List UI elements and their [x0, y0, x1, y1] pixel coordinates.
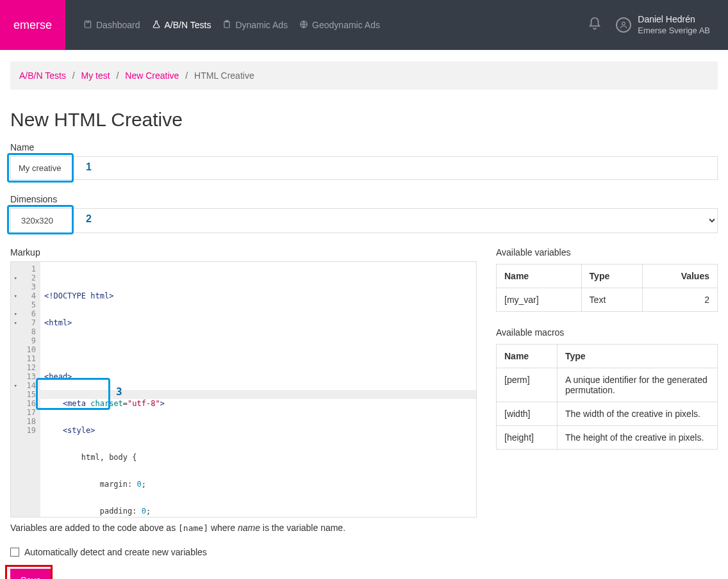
svg-rect-0 [85, 20, 90, 28]
autodetect-checkbox[interactable] [10, 548, 19, 557]
table-row: [perm] A unique identifier for the gener… [497, 368, 718, 402]
code-token: ; [142, 480, 146, 489]
breadcrumb-link[interactable]: A/B/N Tests [19, 70, 66, 81]
cell: [my_var] [497, 288, 582, 312]
cell: A unique identifier for the generated pe… [558, 368, 718, 402]
nav-items: Dashboard A/B/N Tests Dynamic Ads Geodyn… [83, 20, 380, 31]
user-company: Emerse Sverige AB [638, 26, 710, 37]
code-token: <style> [44, 426, 95, 435]
highlight-box [9, 155, 72, 181]
code-token: ; [146, 507, 151, 516]
nav-abn-tests[interactable]: A/B/N Tests [152, 20, 211, 31]
nav-dynamic-ads[interactable]: Dynamic Ads [222, 20, 288, 31]
dimensions-label: Dimensions [10, 194, 718, 204]
table-row: [height] The height of the creative in p… [497, 426, 718, 450]
macros-th-type: Type [558, 345, 718, 368]
code-token: 0 [142, 507, 146, 516]
nav-geodynamic-ads[interactable]: Geodynamic Ads [299, 20, 380, 31]
vars-th-type: Type [581, 265, 642, 288]
dimensions-select[interactable]: 320x320 [10, 208, 718, 233]
variables-table: Name Type Values [my_var] Text 2 [496, 264, 718, 312]
user-icon [616, 17, 631, 33]
nav-label: Dashboard [96, 20, 140, 30]
code-token: > [160, 399, 165, 408]
user-info: Daniel Hedrén Emerse Sverige AB [638, 13, 710, 36]
page-title: New HTML Creative [10, 109, 718, 131]
breadcrumb-link[interactable]: My test [81, 70, 110, 81]
user-name: Daniel Hedrén [638, 13, 710, 25]
cell: Text [581, 288, 642, 312]
markup-label: Markup [10, 247, 477, 257]
markup-helper-text: Variables are added to the code above as… [10, 523, 477, 533]
globe-icon [299, 20, 308, 31]
table-row: [width] The width of the creative in pix… [497, 402, 718, 426]
highlight-box [38, 380, 108, 408]
nav-right: Daniel Hedrén Emerse Sverige AB [588, 13, 728, 36]
cell: [height] [497, 426, 558, 450]
code-token: margin: [44, 480, 137, 489]
autodetect-row[interactable]: Automatically detect and create new vari… [10, 547, 477, 557]
breadcrumb-sep: / [69, 70, 79, 81]
user-menu[interactable]: Daniel Hedrén Emerse Sverige AB [616, 13, 710, 36]
breadcrumb: A/B/N Tests / My test / New Creative / H… [10, 61, 718, 90]
code-editor[interactable]: 1 2 3 4 5 6 7 8 9 10 11 12 13 14 15 16 1 [10, 261, 477, 518]
svg-point-4 [622, 22, 625, 25]
annotation-3: 3 [116, 387, 122, 396]
autodetect-label: Automatically detect and create new vari… [24, 547, 207, 557]
annotation-2: 2 [86, 213, 92, 225]
cell: [width] [497, 402, 558, 426]
bell-icon[interactable] [588, 17, 602, 33]
code-token: "utf-8" [128, 399, 160, 408]
name-input[interactable] [10, 156, 718, 180]
breadcrumb-sep: / [113, 70, 123, 81]
macros-heading: Available macros [496, 327, 718, 338]
table-row[interactable]: [my_var] Text 2 [497, 288, 718, 312]
nav-label: Dynamic Ads [235, 20, 288, 30]
clipboard-icon [222, 20, 231, 31]
cell: 2 [643, 288, 718, 312]
code-token: 0 [137, 480, 142, 489]
cell: The width of the creative in pixels. [558, 402, 718, 426]
highlight-box [9, 207, 72, 232]
main-content: New HTML Creative Name 1 Dimensions 320x… [0, 90, 728, 579]
nav-dashboard[interactable]: Dashboard [83, 20, 140, 31]
code-token: <!DOCTYPE html> [44, 291, 113, 300]
macros-table: Name Type [perm] A unique identifier for… [496, 344, 718, 450]
top-nav: emerse Dashboard A/B/N Tests Dynamic Ads… [0, 0, 728, 50]
breadcrumb-link[interactable]: New Creative [125, 70, 179, 81]
variables-heading: Available variables [496, 247, 718, 257]
vars-th-name: Name [497, 265, 582, 288]
breadcrumb-current: HTML Creative [194, 70, 254, 81]
cell: The height of the creative in pixels. [558, 426, 718, 450]
code-token: = [123, 399, 128, 408]
breadcrumb-sep: / [181, 70, 192, 81]
editor-code[interactable]: <!DOCTYPE html> <html> <head> <meta char… [40, 262, 476, 517]
cell: [perm] [497, 368, 558, 402]
macros-th-name: Name [497, 345, 558, 368]
flask-icon [152, 20, 161, 31]
code-token: padding: [44, 507, 142, 516]
brand-logo[interactable]: emerse [0, 0, 65, 50]
editor-gutter: 1 2 3 4 5 6 7 8 9 10 11 12 13 14 15 16 1 [11, 262, 40, 517]
nav-label: Geodynamic Ads [312, 20, 380, 30]
code-token: html, body { [44, 453, 137, 462]
code-token: <html> [44, 318, 72, 327]
annotation-1: 1 [86, 161, 92, 173]
highlight-box [5, 565, 53, 579]
nav-label: A/B/N Tests [165, 20, 211, 30]
name-label: Name [10, 142, 718, 152]
dashboard-icon [83, 20, 92, 31]
vars-th-values: Values [643, 265, 718, 288]
